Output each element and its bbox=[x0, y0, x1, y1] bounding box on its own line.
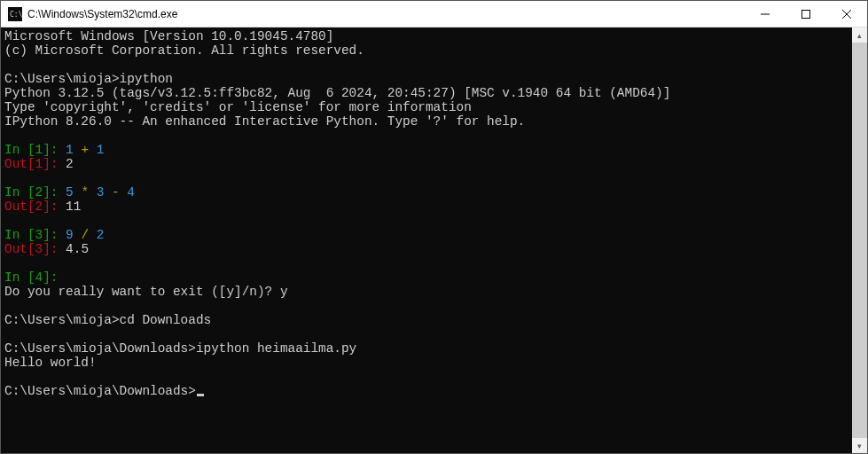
scroll-track[interactable] bbox=[852, 43, 867, 438]
terminal-text: 3 bbox=[35, 242, 43, 256]
terminal-line: C:\Users\mioja>ipython bbox=[4, 72, 852, 86]
terminal-text: C:\Users\mioja>ipython bbox=[4, 72, 173, 86]
terminal-text: (c) Microsoft Corporation. All rights re… bbox=[4, 43, 364, 58]
terminal-text: C:\Users\mioja\Downloads> bbox=[4, 384, 196, 398]
terminal-text: Python 3.12.5 (tags/v3.12.5:ff3bc82, Aug… bbox=[4, 86, 670, 100]
terminal-line bbox=[4, 256, 852, 270]
terminal-line bbox=[4, 129, 852, 143]
terminal-line bbox=[4, 214, 852, 228]
terminal-text bbox=[89, 185, 97, 200]
terminal-text: ]: bbox=[43, 157, 66, 171]
terminal-text: 1 bbox=[35, 143, 43, 157]
terminal-line: Microsoft Windows [Version 10.0.19045.47… bbox=[4, 29, 852, 43]
svg-rect-3 bbox=[802, 10, 810, 18]
terminal-line: Python 3.12.5 (tags/v3.12.5:ff3bc82, Aug… bbox=[4, 86, 852, 100]
terminal-text: 2 bbox=[97, 228, 105, 242]
svg-text:C:\: C:\ bbox=[10, 11, 22, 19]
scroll-up-button[interactable]: ▴ bbox=[852, 27, 867, 43]
terminal-text: 1 bbox=[35, 157, 43, 171]
terminal-text: - bbox=[112, 185, 120, 200]
terminal-text bbox=[89, 228, 97, 242]
terminal-text: 1 bbox=[97, 143, 105, 157]
terminal-line: C:\Users\mioja>cd Downloads bbox=[4, 313, 852, 327]
terminal-text: 3 bbox=[35, 228, 43, 242]
terminal-line: Hello world! bbox=[4, 356, 852, 370]
terminal-text: In [ bbox=[4, 185, 35, 200]
terminal-line bbox=[4, 370, 852, 384]
terminal-line: In [3]: 9 / 2 bbox=[4, 228, 852, 242]
terminal-text: ]: bbox=[43, 200, 66, 214]
terminal-line bbox=[4, 58, 852, 72]
terminal-text: ]: bbox=[43, 242, 66, 256]
scroll-down-button[interactable]: ▾ bbox=[852, 438, 867, 453]
terminal-line bbox=[4, 327, 852, 341]
terminal-text: 1 bbox=[66, 143, 74, 157]
terminal-text: 2 bbox=[66, 157, 74, 171]
terminal-text: C:\Users\mioja\Downloads>ipython heimaai… bbox=[4, 341, 356, 356]
terminal-text: Out[ bbox=[4, 242, 35, 256]
terminal-text: 11 bbox=[66, 200, 81, 214]
terminal-text: / bbox=[81, 228, 89, 242]
cmd-window: C:\ C:\Windows\System32\cmd.exe Microsof… bbox=[0, 0, 868, 454]
terminal-text: 5 bbox=[66, 185, 74, 200]
terminal-text: 4 bbox=[35, 270, 43, 285]
terminal-line: Type 'copyright', 'credits' or 'license'… bbox=[4, 100, 852, 114]
terminal-text: Out[ bbox=[4, 157, 35, 171]
terminal-text bbox=[120, 185, 128, 200]
terminal-line: Out[2]: 11 bbox=[4, 200, 852, 214]
terminal-text: ]: bbox=[43, 270, 66, 285]
window-titlebar[interactable]: C:\ C:\Windows\System32\cmd.exe bbox=[1, 1, 867, 27]
terminal-line: IPython 8.26.0 -- An enhanced Interactiv… bbox=[4, 114, 852, 129]
terminal-output[interactable]: Microsoft Windows [Version 10.0.19045.47… bbox=[1, 27, 852, 453]
terminal-text: 4 bbox=[127, 185, 135, 200]
terminal-line: In [2]: 5 * 3 - 4 bbox=[4, 185, 852, 200]
terminal-text: 4.5 bbox=[66, 242, 89, 256]
terminal-line: In [1]: 1 + 1 bbox=[4, 143, 852, 157]
terminal-text: ]: bbox=[43, 143, 66, 157]
terminal-text: 2 bbox=[35, 200, 43, 214]
terminal-line bbox=[4, 299, 852, 313]
terminal-line: Do you really want to exit ([y]/n)? y bbox=[4, 285, 852, 299]
terminal-text: IPython 8.26.0 -- An enhanced Interactiv… bbox=[4, 114, 525, 129]
terminal-line: C:\Users\mioja\Downloads>ipython heimaai… bbox=[4, 341, 852, 356]
minimize-button[interactable] bbox=[745, 1, 786, 27]
vertical-scrollbar[interactable]: ▴ ▾ bbox=[852, 27, 867, 453]
window-controls bbox=[745, 1, 867, 27]
terminal-text: Hello world! bbox=[4, 356, 97, 370]
terminal-text: ]: bbox=[43, 185, 66, 200]
terminal-line: Out[1]: 2 bbox=[4, 157, 852, 171]
terminal-text bbox=[89, 143, 97, 157]
scroll-thumb[interactable] bbox=[852, 43, 867, 438]
terminal-text: ]: bbox=[43, 228, 66, 242]
window-title: C:\Windows\System32\cmd.exe bbox=[27, 8, 745, 20]
terminal-text bbox=[104, 185, 112, 200]
terminal-text: Out[ bbox=[4, 200, 35, 214]
cmd-icon: C:\ bbox=[8, 7, 22, 21]
terminal-text: 9 bbox=[66, 228, 74, 242]
terminal-line: Out[3]: 4.5 bbox=[4, 242, 852, 256]
terminal-text: C:\Users\mioja>cd Downloads bbox=[4, 313, 211, 327]
close-button[interactable] bbox=[826, 1, 867, 27]
client-area: Microsoft Windows [Version 10.0.19045.47… bbox=[1, 27, 867, 453]
terminal-text: Type 'copyright', 'credits' or 'license'… bbox=[4, 100, 472, 114]
terminal-line bbox=[4, 171, 852, 185]
terminal-line: C:\Users\mioja\Downloads> bbox=[4, 384, 852, 398]
cursor bbox=[197, 394, 204, 396]
terminal-text: * bbox=[81, 185, 89, 200]
terminal-text: In [ bbox=[4, 270, 35, 285]
terminal-line: In [4]: bbox=[4, 270, 852, 285]
terminal-text: 2 bbox=[35, 185, 43, 200]
maximize-button[interactable] bbox=[786, 1, 826, 27]
terminal-text: In [ bbox=[4, 228, 35, 242]
terminal-text: Microsoft Windows [Version 10.0.19045.47… bbox=[4, 29, 333, 43]
terminal-text: In [ bbox=[4, 143, 35, 157]
terminal-text: + bbox=[81, 143, 89, 157]
terminal-text: Do you really want to exit ([y]/n)? y bbox=[4, 285, 288, 299]
terminal-line: (c) Microsoft Corporation. All rights re… bbox=[4, 43, 852, 58]
